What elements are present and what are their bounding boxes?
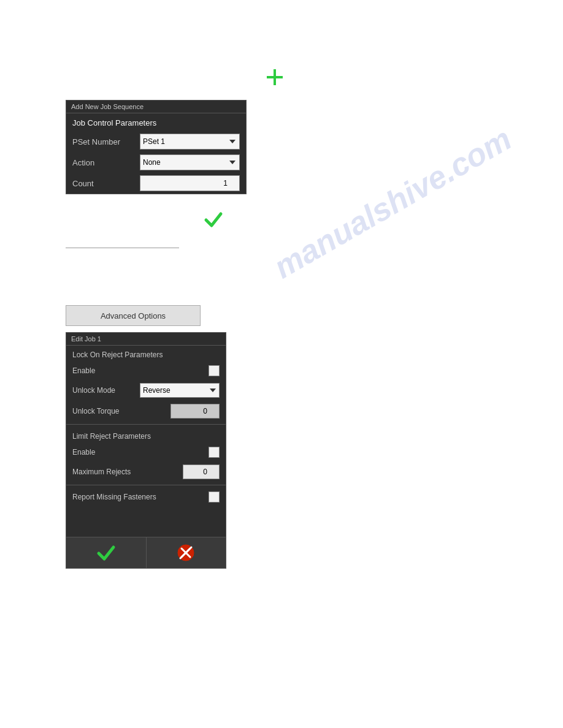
add-button-area: [264, 66, 286, 88]
watermark: manualshive.com: [267, 119, 518, 286]
confirm-check-area: [202, 208, 224, 230]
lock-enable-row: Enable: [66, 362, 226, 380]
limit-enable-checkbox[interactable]: [209, 447, 220, 458]
add-job-panel-title: Add New Job Sequence: [66, 100, 246, 113]
limit-enable-row: Enable: [66, 443, 226, 461]
unlock-mode-select[interactable]: Reverse Forward Manual: [140, 383, 220, 398]
edit-job-cancel-button[interactable]: [147, 537, 226, 568]
confirm-add-job-button[interactable]: [202, 208, 224, 230]
confirm-check-icon: [96, 542, 117, 563]
plus-icon: [266, 68, 284, 86]
unlock-torque-input[interactable]: [170, 404, 220, 419]
advanced-options-area: Advanced Options: [66, 305, 201, 326]
lock-on-reject-heading: Lock On Reject Parameters: [66, 346, 226, 362]
check-icon: [203, 209, 224, 230]
report-missing-label: Report Missing Fasteners: [72, 493, 209, 501]
edit-job-action-bar: [66, 537, 226, 568]
edit-job-confirm-button[interactable]: [66, 537, 147, 568]
max-rejects-input[interactable]: [183, 464, 220, 479]
pset-number-row: PSet Number PSet 1 PSet 2 PSet 3: [66, 131, 246, 152]
unlock-mode-label: Unlock Mode: [72, 386, 140, 395]
unlock-torque-label: Unlock Torque: [72, 407, 170, 415]
lock-enable-label: Enable: [72, 366, 209, 375]
advanced-options-button[interactable]: Advanced Options: [66, 305, 201, 326]
pset-number-label: PSet Number: [72, 137, 140, 146]
limit-enable-label: Enable: [72, 448, 209, 457]
limit-reject-heading: Limit Reject Parameters: [66, 427, 226, 443]
section-divider-2: [66, 485, 226, 485]
panel-spacer: [66, 506, 226, 537]
add-job-sequence-button[interactable]: [264, 66, 286, 88]
pset-number-select[interactable]: PSet 1 PSet 2 PSet 3: [140, 134, 240, 150]
report-missing-checkbox[interactable]: [209, 491, 220, 502]
job-control-params-title: Job Control Parameters: [66, 113, 246, 131]
unlock-mode-row: Unlock Mode Reverse Forward Manual: [66, 380, 226, 401]
max-rejects-row: Maximum Rejects: [66, 461, 226, 482]
action-select[interactable]: None Accept Reject: [140, 154, 240, 170]
unlock-torque-row: Unlock Torque: [66, 401, 226, 422]
cancel-icon: [175, 542, 196, 563]
add-job-panel: Add New Job Sequence Job Control Paramet…: [66, 100, 247, 194]
edit-job-panel: Edit Job 1 Lock On Reject Parameters Ena…: [66, 332, 226, 569]
edit-job-title: Edit Job 1: [66, 333, 226, 346]
action-label: Action: [72, 158, 140, 167]
action-row: Action None Accept Reject: [66, 152, 246, 173]
max-rejects-label: Maximum Rejects: [72, 468, 183, 476]
count-label: Count: [72, 179, 140, 188]
divider-line: [66, 248, 179, 248]
count-input[interactable]: [140, 175, 240, 191]
lock-enable-checkbox[interactable]: [209, 365, 220, 376]
svg-rect-1: [267, 76, 283, 78]
report-missing-row: Report Missing Fasteners: [66, 488, 226, 506]
count-row: Count: [66, 173, 246, 194]
section-divider-1: [66, 424, 226, 425]
